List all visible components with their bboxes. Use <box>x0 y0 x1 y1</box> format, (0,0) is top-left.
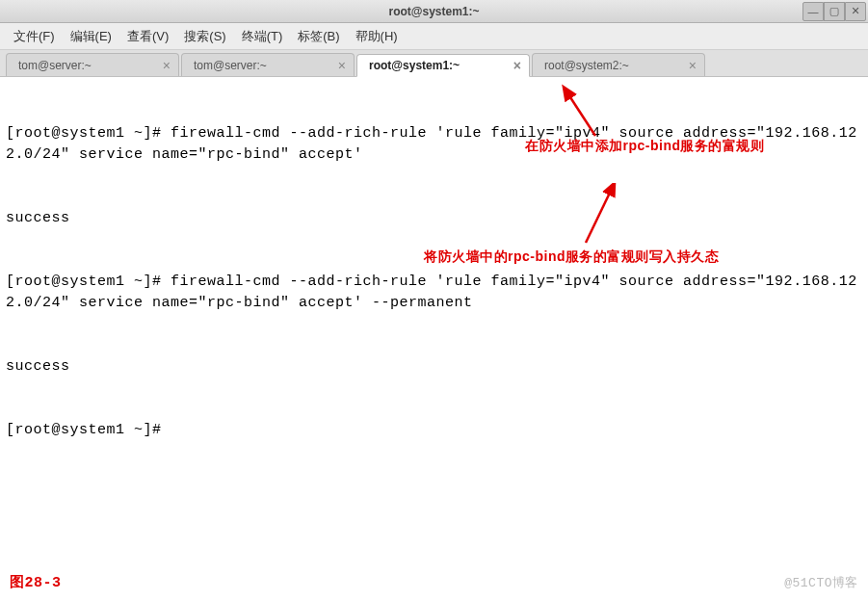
tab-label: root@system1:~ <box>369 59 460 72</box>
close-icon[interactable]: × <box>338 58 346 73</box>
watermark: @51CTO博客 <box>784 573 858 594</box>
menu-edit[interactable]: 编辑(E) <box>63 24 119 49</box>
tab[interactable]: tom@server:~ × <box>181 53 355 76</box>
terminal[interactable]: [root@system1 ~]# firewall-cmd --add-ric… <box>0 77 868 600</box>
menu-file[interactable]: 文件(F) <box>6 24 63 49</box>
titlebar: root@system1:~ — ▢ ✕ <box>0 0 868 23</box>
window-title: root@system1:~ <box>388 5 479 18</box>
tab-label: tom@server:~ <box>194 59 267 72</box>
tab-active[interactable]: root@system1:~ × <box>356 54 530 77</box>
figure-label: 图28-3 <box>10 573 62 594</box>
close-button[interactable]: ✕ <box>845 2 866 21</box>
terminal-line: [root@system1 ~]# firewall-cmd --add-ric… <box>6 272 862 314</box>
menu-view[interactable]: 查看(V) <box>119 24 176 49</box>
menubar: 文件(F) 编辑(E) 查看(V) 搜索(S) 终端(T) 标签(B) 帮助(H… <box>0 23 868 50</box>
tabbar: tom@server:~ × tom@server:~ × root@syste… <box>0 50 868 77</box>
terminal-line: [root@system1 ~]# <box>6 420 862 441</box>
annotation-text-2: 将防火墙中的rpc-bind服务的富规则写入持久态 <box>424 246 720 267</box>
terminal-line: success <box>6 356 862 378</box>
terminal-line: [root@system1 ~]# firewall-cmd --add-ric… <box>6 123 862 166</box>
menu-search[interactable]: 搜索(S) <box>176 24 233 49</box>
tab[interactable]: root@system2:~ × <box>532 53 705 76</box>
tab-label: root@system2:~ <box>544 59 629 72</box>
close-icon[interactable]: × <box>689 58 697 73</box>
close-icon[interactable]: × <box>513 58 521 73</box>
maximize-button[interactable]: ▢ <box>824 2 845 21</box>
tab[interactable]: tom@server:~ × <box>6 53 179 76</box>
menu-terminal[interactable]: 终端(T) <box>234 24 291 49</box>
terminal-line: success <box>6 208 862 229</box>
window-controls: — ▢ ✕ <box>802 2 866 21</box>
tab-label: tom@server:~ <box>18 59 92 72</box>
minimize-button[interactable]: — <box>802 2 824 21</box>
menu-help[interactable]: 帮助(H) <box>348 24 406 49</box>
close-icon[interactable]: × <box>163 58 171 73</box>
menu-tabs[interactable]: 标签(B) <box>290 24 347 49</box>
